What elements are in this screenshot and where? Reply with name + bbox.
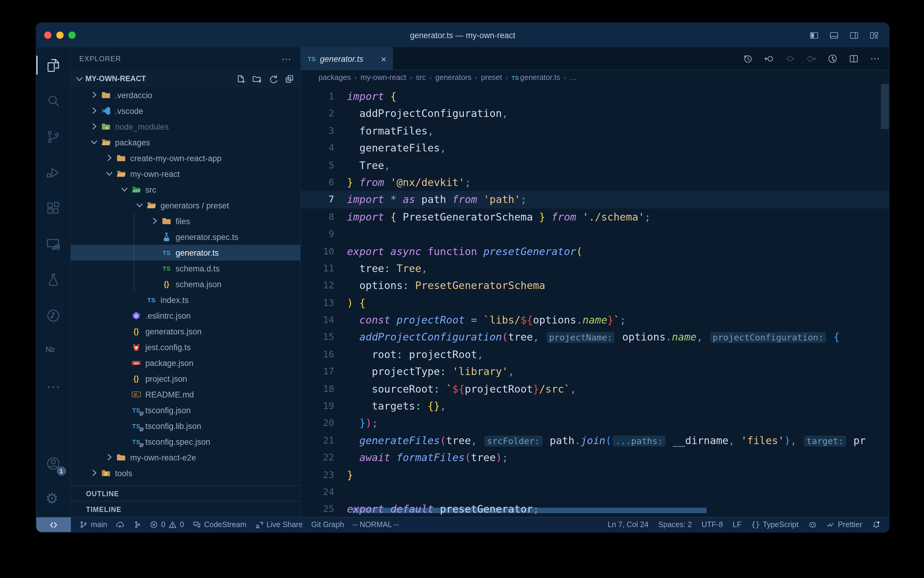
code-line-12[interactable]: 12options: PresetGeneratorSchema: [301, 277, 889, 294]
status-notifications[interactable]: [872, 520, 880, 529]
new-file-icon[interactable]: [236, 74, 245, 84]
code-line-22[interactable]: 22await formatFiles(tree);: [301, 449, 889, 466]
code-line-11[interactable]: 11tree: Tree,: [301, 260, 889, 277]
line-number[interactable]: 5: [301, 157, 347, 174]
tree-item-index-ts[interactable]: TSindex.ts: [71, 292, 300, 308]
activity-item-search[interactable]: [36, 83, 71, 119]
code-line-19[interactable]: 19targets: {},: [301, 398, 889, 415]
tree-item-package-json[interactable]: npmpackage.json: [71, 355, 300, 371]
line-number[interactable]: 13: [301, 294, 347, 312]
window-control-zoom[interactable]: [68, 31, 76, 39]
activity-item-extensions[interactable]: [36, 190, 71, 226]
tree-item-tsconfig-spec-json[interactable]: TS⚙tsconfig.spec.json: [71, 434, 300, 450]
status-codestream[interactable]: CodeStream: [193, 520, 246, 529]
tab-generator-ts[interactable]: TS generator.ts ×: [301, 47, 393, 70]
close-tab-icon[interactable]: ×: [381, 54, 386, 64]
status-indentation[interactable]: Spaces: 2: [658, 520, 692, 529]
line-number[interactable]: 20: [301, 415, 347, 432]
activity-item-remote-explorer[interactable]: [36, 226, 71, 262]
tree-item-packages[interactable]: packages: [71, 135, 300, 150]
activity-item-accounts[interactable]: 1: [36, 445, 71, 481]
line-number[interactable]: 12: [301, 277, 347, 294]
tree-item-generators-json[interactable]: {}generators.json: [71, 323, 300, 339]
collapse-all-icon[interactable]: [285, 74, 294, 84]
line-number[interactable]: 9: [301, 226, 347, 243]
line-number[interactable]: 25: [301, 501, 347, 517]
line-number[interactable]: 18: [301, 380, 347, 398]
layout-sidebar-right-icon[interactable]: [849, 30, 859, 40]
line-number[interactable]: 23: [301, 466, 347, 484]
breadcrumb-item[interactable]: src: [416, 73, 426, 81]
explorer-more-actions[interactable]: ⋯: [282, 53, 292, 65]
tree-item-tools[interactable]: tools: [71, 465, 300, 481]
section-outline[interactable]: OUTLINE: [71, 485, 300, 501]
code-line-16[interactable]: 16root: projectRoot,: [301, 346, 889, 363]
tree-item-generators-preset[interactable]: generators / preset: [71, 198, 300, 213]
git-circle-icon[interactable]: [827, 53, 838, 64]
split-editor-icon[interactable]: [848, 53, 859, 64]
tree-item-node-modules[interactable]: jsnode_modules: [71, 119, 300, 135]
tree-item-create-my-own-react-app[interactable]: create-my-own-react-app: [71, 150, 300, 166]
tree-item-readme-md[interactable]: M↓README.md: [71, 386, 300, 402]
code-line-15[interactable]: 15addProjectConfiguration(tree, projectN…: [301, 329, 889, 346]
status-problems[interactable]: 00: [150, 520, 184, 529]
tree-item-project-json[interactable]: {}project.json: [71, 371, 300, 386]
prev-change-icon[interactable]: [764, 53, 774, 64]
window-control-close[interactable]: [44, 31, 52, 39]
code-line-20[interactable]: 20});: [301, 415, 889, 432]
code-line-7[interactable]: 7import * as path from 'path';: [301, 191, 889, 208]
tree-item--vscode[interactable]: .vscode: [71, 103, 300, 119]
tree-item-generator-spec-ts[interactable]: generator.spec.ts: [71, 229, 300, 245]
status-publish[interactable]: [116, 520, 124, 529]
code-line-13[interactable]: 13) {: [301, 294, 889, 312]
status-branch[interactable]: main: [79, 520, 107, 529]
line-number[interactable]: 16: [301, 346, 347, 363]
code-line-17[interactable]: 17projectType: 'library',: [301, 363, 889, 380]
status-live-share[interactable]: Live Share: [255, 520, 303, 529]
line-number[interactable]: 6: [301, 174, 347, 191]
project-root-row[interactable]: MY-OWN-REACT: [71, 70, 300, 87]
tree-item-my-own-react[interactable]: my-own-react: [71, 166, 300, 182]
code-line-24[interactable]: 24: [301, 484, 889, 501]
status-remote[interactable]: [36, 517, 71, 532]
line-number[interactable]: 24: [301, 484, 347, 501]
line-number[interactable]: 4: [301, 140, 347, 157]
ellipsis-icon[interactable]: [869, 53, 880, 64]
breadcrumb-item[interactable]: generators: [435, 73, 472, 81]
breadcrumb-item[interactable]: TSgenerator.ts: [511, 73, 560, 81]
code-line-3[interactable]: 3formatFiles,: [301, 122, 889, 140]
tree-item-src[interactable]: </>src: [71, 182, 300, 198]
tree-item-my-own-react-e2e[interactable]: my-own-react-e2e: [71, 450, 300, 465]
code-line-14[interactable]: 14const projectRoot = `libs/${options.na…: [301, 312, 889, 329]
code-line-5[interactable]: 5Tree,: [301, 157, 889, 174]
code-line-4[interactable]: 4generateFiles,: [301, 140, 889, 157]
window-control-minimize[interactable]: [56, 31, 63, 39]
status-commit-graph[interactable]: [133, 520, 141, 529]
line-number[interactable]: 21: [301, 432, 347, 449]
status-prettier[interactable]: Prettier: [826, 520, 862, 529]
line-number[interactable]: 3: [301, 122, 347, 140]
code-line-23[interactable]: 23}: [301, 466, 889, 484]
code-line-6[interactable]: 6} from '@nx/devkit';: [301, 174, 889, 191]
change-icon[interactable]: [785, 53, 796, 64]
activity-item-explorer[interactable]: [36, 47, 71, 83]
code-line-9[interactable]: 9: [301, 226, 889, 243]
layout-sidebar-left-icon[interactable]: [809, 30, 819, 40]
code-line-8[interactable]: 8import { PresetGeneratorSchema } from '…: [301, 208, 889, 226]
tree-item-schema-json[interactable]: {}schema.json: [71, 276, 300, 292]
line-number[interactable]: 10: [301, 243, 347, 260]
section-timeline[interactable]: TIMELINE: [71, 501, 300, 517]
line-number[interactable]: 2: [301, 105, 347, 122]
line-number[interactable]: 11: [301, 260, 347, 277]
code-line-25[interactable]: 25export default presetGenerator;: [301, 501, 889, 517]
titlebar[interactable]: generator.ts — my-own-react: [36, 23, 889, 47]
new-folder-icon[interactable]: [252, 74, 262, 84]
status-encoding[interactable]: UTF-8: [701, 520, 723, 529]
layout-panel-icon[interactable]: [829, 30, 839, 40]
code-line-18[interactable]: 18sourceRoot: `${projectRoot}/src`,: [301, 380, 889, 398]
status-copilot[interactable]: [808, 520, 817, 529]
line-number[interactable]: 17: [301, 363, 347, 380]
line-number[interactable]: 1: [301, 88, 347, 105]
line-number[interactable]: 8: [301, 208, 347, 226]
status-vim-mode[interactable]: -- NORMAL --: [353, 520, 399, 529]
